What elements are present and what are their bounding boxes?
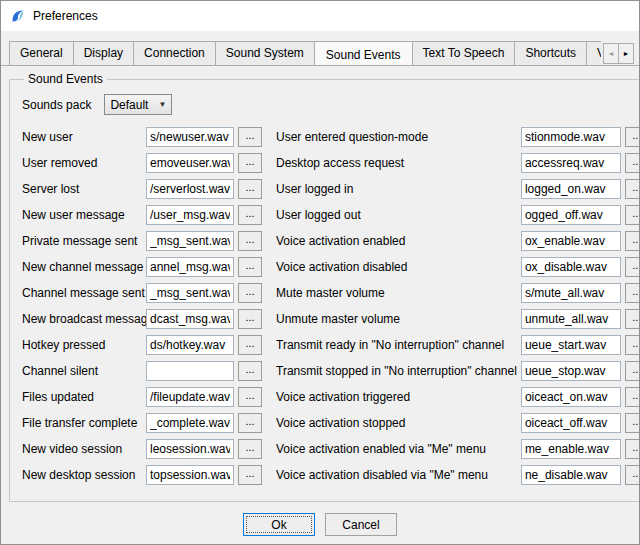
browse-button[interactable]: ... [238, 465, 262, 485]
browse-button[interactable]: ... [238, 439, 262, 459]
tab-strip: General Display Connection Sound System … [9, 41, 601, 65]
browse-button[interactable]: ... [238, 127, 262, 147]
tab-bar: General Display Connection Sound System … [1, 31, 639, 66]
sound-file-input[interactable] [146, 439, 234, 459]
sound-events-group: Sound Events Sounds pack Default ▼ New u… [9, 72, 640, 502]
sound-event-label: Voice activation enabled [276, 234, 521, 248]
browse-button[interactable]: ... [238, 387, 262, 407]
browse-button[interactable]: ... [238, 153, 262, 173]
browse-button[interactable]: ... [238, 205, 262, 225]
table-row: Transmit ready in "No interruption" chan… [276, 335, 640, 355]
browse-button[interactable]: ... [238, 231, 262, 251]
tab-sound-system[interactable]: Sound System [215, 41, 315, 65]
tab-sound-events[interactable]: Sound Events [314, 41, 413, 65]
sound-file-input[interactable] [521, 153, 621, 173]
table-row: Mute master volume ... [276, 283, 640, 303]
sound-file-input[interactable] [521, 257, 621, 277]
sound-event-label: Unmute master volume [276, 312, 521, 326]
sound-event-columns: New user ... User removed ... Server los… [22, 127, 640, 491]
browse-button[interactable]: ... [238, 361, 262, 381]
sound-event-label: User logged out [276, 208, 521, 222]
sounds-pack-row: Sounds pack Default ▼ [22, 94, 640, 115]
tab-display[interactable]: Display [73, 41, 134, 65]
sound-file-input[interactable] [521, 335, 621, 355]
sounds-pack-select[interactable]: Default ▼ [104, 94, 172, 115]
browse-button[interactable]: ... [625, 413, 640, 433]
sound-event-label: Server lost [22, 182, 146, 196]
browse-button[interactable]: ... [238, 179, 262, 199]
tab-video[interactable]: Video [586, 41, 601, 65]
browse-button[interactable]: ... [625, 309, 640, 329]
sound-event-label: Private message sent [22, 234, 146, 248]
ok-button[interactable]: Ok [243, 513, 315, 536]
table-row: Voice activation enabled ... [276, 231, 640, 251]
browse-button[interactable]: ... [625, 127, 640, 147]
browse-button[interactable]: ... [238, 413, 262, 433]
sound-file-input[interactable] [146, 361, 234, 381]
sound-file-input[interactable] [521, 465, 621, 485]
sounds-pack-label: Sounds pack [22, 98, 95, 112]
tab-scroll-right-icon[interactable]: ► [618, 43, 634, 64]
table-row: Hotkey pressed ... [22, 335, 262, 355]
sound-file-input[interactable] [521, 205, 621, 225]
browse-button[interactable]: ... [625, 439, 640, 459]
browse-button[interactable]: ... [625, 465, 640, 485]
sound-file-input[interactable] [521, 361, 621, 381]
sound-file-input[interactable] [146, 127, 234, 147]
sound-file-input[interactable] [521, 387, 621, 407]
sound-file-input[interactable] [146, 283, 234, 303]
browse-button[interactable]: ... [625, 283, 640, 303]
table-row: Voice activation stopped ... [276, 413, 640, 433]
browse-button[interactable]: ... [625, 153, 640, 173]
sound-file-input[interactable] [521, 309, 621, 329]
sound-file-input[interactable] [521, 127, 621, 147]
tab-shortcuts[interactable]: Shortcuts [514, 41, 587, 65]
sound-file-input[interactable] [146, 153, 234, 173]
tab-scroll-left-icon[interactable]: ◄ [603, 43, 619, 64]
sound-file-input[interactable] [146, 309, 234, 329]
table-row: Voice activation disabled via "Me" menu … [276, 465, 640, 485]
table-row: Voice activation disabled ... [276, 257, 640, 277]
table-row: Voice activation enabled via "Me" menu .… [276, 439, 640, 459]
sound-file-input[interactable] [521, 413, 621, 433]
browse-button[interactable]: ... [238, 309, 262, 329]
browse-button[interactable]: ... [625, 179, 640, 199]
table-row: User logged in ... [276, 179, 640, 199]
sound-file-input[interactable] [146, 465, 234, 485]
sound-file-input[interactable] [521, 179, 621, 199]
browse-button[interactable]: ... [625, 231, 640, 251]
sound-file-input[interactable] [146, 205, 234, 225]
browse-button[interactable]: ... [625, 387, 640, 407]
browse-button[interactable]: ... [625, 335, 640, 355]
sound-file-input[interactable] [146, 335, 234, 355]
sound-event-label: New video session [22, 442, 146, 456]
sound-event-label: Voice activation triggered [276, 390, 521, 404]
sound-file-input[interactable] [521, 283, 621, 303]
browse-button[interactable]: ... [625, 205, 640, 225]
sound-file-input[interactable] [521, 231, 621, 251]
table-row: User entered question-mode ... [276, 127, 640, 147]
tab-text-to-speech[interactable]: Text To Speech [412, 41, 516, 65]
table-row: New broadcast message ... [22, 309, 262, 329]
sound-file-input[interactable] [146, 179, 234, 199]
browse-button[interactable]: ... [238, 283, 262, 303]
sound-file-input[interactable] [146, 413, 234, 433]
table-row: Channel message sent ... [22, 283, 262, 303]
browse-button[interactable]: ... [625, 361, 640, 381]
sound-file-input[interactable] [146, 231, 234, 251]
browse-button[interactable]: ... [238, 257, 262, 277]
browse-button[interactable]: ... [238, 335, 262, 355]
sound-file-input[interactable] [521, 439, 621, 459]
sound-event-label: User entered question-mode [276, 130, 521, 144]
sound-event-label: Desktop access request [276, 156, 521, 170]
tab-general[interactable]: General [9, 41, 74, 65]
table-row: Voice activation triggered ... [276, 387, 640, 407]
cancel-button[interactable]: Cancel [325, 513, 397, 536]
table-row: New user message ... [22, 205, 262, 225]
sound-event-label: New desktop session [22, 468, 146, 482]
browse-button[interactable]: ... [625, 257, 640, 277]
sound-event-label: Channel silent [22, 364, 146, 378]
tab-connection[interactable]: Connection [133, 41, 216, 65]
sound-file-input[interactable] [146, 257, 234, 277]
sound-file-input[interactable] [146, 387, 234, 407]
